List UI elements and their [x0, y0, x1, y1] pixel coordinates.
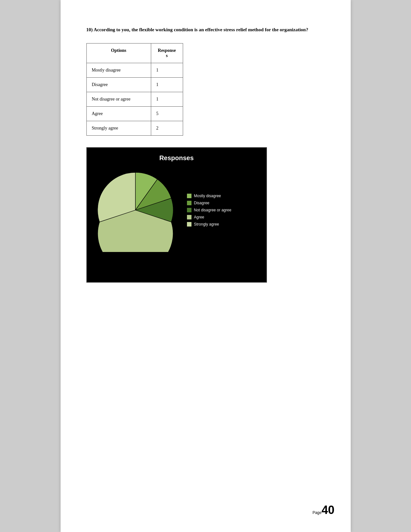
chart-content: Mostly disagreeDisagreeNot disagree or a… — [93, 168, 260, 252]
legend-color-box — [187, 201, 191, 205]
option-cell: Disagree — [86, 78, 151, 92]
legend-label: Strongly agree — [194, 222, 219, 227]
col-header-options: Options — [86, 44, 151, 63]
legend-label: Not disagree or agree — [194, 208, 231, 212]
legend-color-box — [187, 194, 191, 198]
page: 10) According to you, the flexible worki… — [61, 0, 351, 532]
chart-title: Responses — [93, 154, 260, 162]
legend-item: Strongly agree — [187, 222, 231, 227]
legend-label: Disagree — [194, 201, 210, 205]
option-cell: Agree — [86, 107, 151, 121]
option-cell: Strongly agree — [86, 121, 151, 136]
chart-container: Responses — [86, 147, 267, 283]
pie-svg — [93, 168, 177, 252]
response-cell: 1 — [151, 78, 183, 92]
response-cell: 1 — [151, 63, 183, 78]
table-row: Strongly agree2 — [86, 121, 183, 136]
option-cell: Not disagree or agree — [86, 92, 151, 107]
legend-label: Mostly disagree — [194, 194, 221, 198]
legend-item: Mostly disagree — [187, 194, 231, 198]
table-row: Disagree1 — [86, 78, 183, 92]
col-header-responses: Responses — [151, 44, 183, 63]
response-table: Options Responses Mostly disagree1Disagr… — [86, 43, 183, 136]
legend-color-box — [187, 222, 191, 227]
legend-item: Not disagree or agree — [187, 208, 231, 212]
response-cell: 5 — [151, 107, 183, 121]
legend-color-box — [187, 215, 191, 219]
option-cell: Mostly disagree — [86, 63, 151, 78]
legend-color-box — [187, 208, 191, 212]
pie-chart — [93, 168, 177, 252]
table-row: Not disagree or agree1 — [86, 92, 183, 107]
question-text: 10) According to you, the flexible worki… — [86, 26, 325, 34]
table-row: Mostly disagree1 — [86, 63, 183, 78]
legend-item: Agree — [187, 215, 231, 219]
page-number: Page40 — [312, 504, 334, 516]
response-cell: 2 — [151, 121, 183, 136]
table-row: Agree5 — [86, 107, 183, 121]
response-cell: 1 — [151, 92, 183, 107]
legend-label: Agree — [194, 215, 204, 219]
legend-item: Disagree — [187, 201, 231, 205]
chart-legend: Mostly disagreeDisagreeNot disagree or a… — [187, 194, 231, 227]
